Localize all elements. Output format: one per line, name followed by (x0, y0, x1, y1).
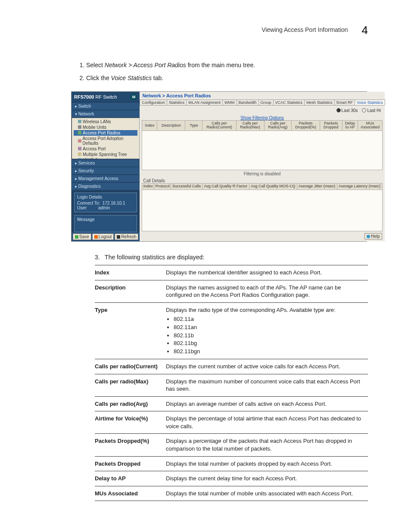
col-cpr-max[interactable]: Calls per Radio(Max) (236, 120, 264, 131)
menu-management[interactable]: ▸ Management Access (72, 174, 140, 182)
call-grid-header: Index Protocol Successful Calls Avg Call… (142, 183, 382, 190)
menu-network[interactable]: ▾ Network (72, 110, 140, 118)
description-table: IndexDisplays the numberical identifier … (95, 265, 368, 501)
radio-30s-label: Last 30s (342, 108, 358, 113)
tab-voice-statistics[interactable]: Voice Statistics (355, 100, 385, 105)
col-type[interactable]: Type (185, 120, 202, 131)
user-label: User: (77, 205, 87, 210)
col-index[interactable]: Index (142, 120, 157, 131)
footer-buttons: Save Logout Refresh (72, 232, 140, 241)
wlan-icon (78, 120, 81, 123)
tree-wireless-lans[interactable]: Wireless LANs (74, 119, 137, 124)
adopt-icon (78, 139, 81, 143)
show-filtering-link[interactable]: Show Filtering Options (240, 115, 284, 120)
col2-jitter[interactable]: Average Jitter (msec) (297, 184, 337, 190)
filtering-disabled: Filtering is disabled (140, 170, 384, 177)
col-cpr-current[interactable]: Calls per Radio(Current) (202, 120, 236, 131)
radio-last-30s[interactable]: Last 30s (336, 108, 358, 113)
col2-latency[interactable]: Average Latency (msec) (337, 184, 382, 190)
col2-mos[interactable]: Avg Call Quality MOS-CQ (249, 184, 297, 190)
stats-grid-body (142, 131, 382, 170)
col-delay[interactable]: Delay to AP (342, 120, 358, 131)
menu-security[interactable]: ▸ Security (72, 167, 140, 174)
connect-value: 172.16.10.1 (103, 201, 125, 205)
tab-bandwidth[interactable]: Bandwidth (237, 100, 259, 105)
tab-mesh-statistics[interactable]: Mesh Statistics (304, 100, 335, 105)
help-label: Help (371, 234, 380, 239)
radio-icon (362, 108, 366, 112)
tree-adoption-defaults[interactable]: Access Port Adoption Defaults (74, 136, 137, 146)
col-cpr-avg[interactable]: Calls per Radio(Avg) (264, 120, 291, 131)
user-value: admin (98, 205, 110, 210)
refresh-button[interactable]: Refresh (115, 233, 138, 240)
content-panel: Network > Access Port Radios Configurati… (140, 92, 384, 242)
logout-button[interactable]: Logout (92, 233, 114, 240)
tree-access-port-radios[interactable]: Access Port Radios (74, 130, 137, 136)
menu-services[interactable]: ▸ Services (72, 159, 140, 167)
mobile-icon (78, 125, 81, 129)
nav-tree[interactable]: Wireless LANs Mobile Units Access Port R… (72, 118, 140, 159)
col2-rfactor[interactable]: Avg Call Quality R Factor (202, 184, 249, 190)
col-description[interactable]: Description (157, 120, 185, 131)
menu-diagnostics[interactable]: ▸ Diagnostics (72, 182, 140, 190)
col-mus[interactable]: MUs Associated (358, 120, 382, 131)
left-nav: RFS7000 RF Switch M ▸ Switch ▾ Network W… (72, 92, 140, 242)
tree-access-port[interactable]: Access Port (74, 146, 137, 152)
tree-spanning-tree[interactable]: Multiple Spanning Tree (74, 152, 137, 157)
header-title: Viewing Access Port Information (262, 26, 348, 33)
row-cprc-k: Calls per radio(Current) (95, 359, 166, 374)
tree-i0-label: Wireless LANs (83, 119, 111, 124)
menu-security-label: Security (78, 168, 94, 173)
tab-configuration[interactable]: Configuration (140, 100, 167, 105)
type-list: 802.11a 802.11an 802.11b 802.11bg 802.11… (174, 315, 364, 355)
login-title: Login Details (77, 195, 134, 199)
brand-model: RFS7000 (74, 94, 94, 100)
connect-label: Connect To: (77, 201, 100, 205)
row-pd-v: Displays the total number of packets dro… (166, 456, 368, 471)
tab-group[interactable]: Group (258, 100, 274, 105)
save-button[interactable]: Save (73, 233, 91, 240)
breadcrumb: Network > Access Port Radios (140, 92, 384, 100)
menu-mgmt-label: Management Access (78, 176, 118, 181)
type-item: 802.11b (174, 332, 364, 339)
page-header: Viewing Access Port Information 4 (52, 24, 368, 37)
tab-wlan-assignment[interactable]: WLAN Assignment (186, 100, 223, 105)
filter-row: Last 30s Last Hr (140, 106, 384, 115)
col2-protocol[interactable]: Protocol (154, 184, 171, 190)
tab-statistics[interactable]: Statistics (167, 100, 187, 105)
step-2: Click the Voice Statistics tab. (86, 74, 368, 82)
menu-network-label: Network (78, 112, 94, 116)
step-2-pre: Click the (86, 75, 111, 81)
brand-bar: RFS7000 RF Switch M (72, 92, 140, 102)
row-cprm-k: Calls per radio(Max) (95, 374, 166, 396)
step-1-italic: Network > Access Port Radios (105, 62, 186, 68)
radio-last-hr[interactable]: Last Hr (362, 108, 381, 113)
tab-smart-rf[interactable]: Smart RF (334, 100, 355, 105)
col2-index[interactable]: Index (142, 184, 154, 190)
help-button[interactable]: Help (364, 233, 382, 240)
radio-hr-label: Last Hr (367, 108, 381, 113)
chapter-number: 4 (362, 24, 368, 37)
tab-vcac-statistics[interactable]: VCAC Statistics (273, 100, 305, 105)
step-1-pre: Select (86, 62, 105, 68)
tree-i5-label: Multiple Spanning Tree (83, 152, 127, 157)
menu-services-label: Services (78, 161, 95, 165)
type-item: 802.11a (174, 315, 364, 323)
menu-switch[interactable]: ▸ Switch (72, 102, 140, 110)
row-type-k: Type (95, 302, 166, 359)
row-index-v: Displays the numberical identifier assig… (166, 265, 368, 280)
row-delay-v: Displays the current delay time for each… (166, 471, 368, 486)
steps-list: Select Network > Access Port Radios from… (86, 61, 368, 83)
col-pkts-dropped-pct[interactable]: Packets Dropped(%) (292, 120, 320, 131)
tree-mobile-units[interactable]: Mobile Units (74, 124, 137, 130)
tab-wmm[interactable]: WMM (222, 100, 237, 105)
step-2-post: tab. (152, 75, 163, 81)
col2-success[interactable]: Successful Calls (171, 184, 202, 190)
row-mu-v: Displays the total number of mobile unit… (166, 486, 368, 501)
row-description-v: Displays the names assigned to each of t… (166, 280, 368, 302)
refresh-label: Refresh (121, 234, 136, 239)
message-box: Message (74, 215, 137, 233)
step-1-post: from the main menu tree. (186, 62, 255, 68)
row-type-text: Displays the radio type of the correspon… (166, 307, 336, 313)
col-pkts-dropped[interactable]: Packets Dropped (320, 120, 342, 131)
